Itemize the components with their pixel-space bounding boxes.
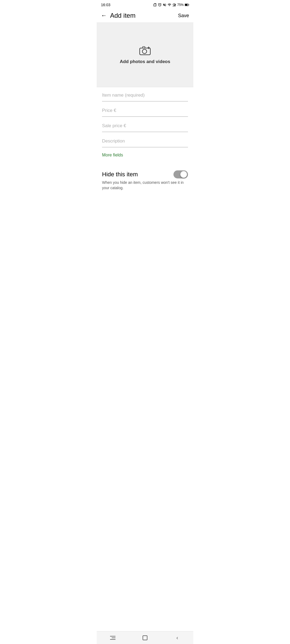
status-time: 16:03 <box>101 3 110 7</box>
toggle-thumb <box>180 171 187 178</box>
status-icons: 75% <box>153 3 189 7</box>
more-fields-link[interactable]: More fields <box>102 153 123 158</box>
hide-item-toggle[interactable] <box>173 170 188 178</box>
alarm-icon <box>158 3 162 7</box>
save-button[interactable]: Save <box>178 13 189 19</box>
app-bar: ← Add item Save <box>97 9 193 23</box>
price-field[interactable] <box>102 107 188 117</box>
svg-rect-3 <box>175 4 176 6</box>
item-name-field[interactable] <box>102 92 188 101</box>
hide-item-section: Hide this item When you hide an item, cu… <box>97 168 193 195</box>
svg-rect-2 <box>174 5 175 6</box>
svg-rect-1 <box>173 5 174 6</box>
svg-rect-0 <box>173 6 173 6</box>
description-input[interactable] <box>102 137 188 145</box>
battery-icon <box>185 3 189 6</box>
signal-icon <box>172 3 176 7</box>
mute-icon <box>163 3 166 7</box>
price-input[interactable] <box>102 107 188 114</box>
description-field[interactable] <box>102 137 188 147</box>
svg-rect-6 <box>185 4 187 6</box>
item-name-input[interactable] <box>102 92 188 99</box>
camera-add-icon <box>139 46 151 56</box>
hide-item-description: When you hide an item, customers won't s… <box>102 180 188 191</box>
hide-item-row: Hide this item <box>102 170 188 178</box>
page-title: Add item <box>110 12 136 19</box>
sale-price-field[interactable] <box>102 122 188 132</box>
svg-rect-5 <box>189 4 189 5</box>
status-bar: 16:03 75% <box>97 0 193 9</box>
wifi-icon <box>168 3 171 7</box>
battery-percent: 75% <box>177 3 184 7</box>
sale-price-input[interactable] <box>102 122 188 130</box>
svg-point-8 <box>142 49 147 53</box>
add-photos-label: Add photos and videos <box>120 59 170 64</box>
photo-upload-area[interactable]: Add photos and videos <box>97 23 193 87</box>
hide-item-label: Hide this item <box>102 171 138 178</box>
back-button[interactable]: ← <box>101 12 107 19</box>
form-section: More fields <box>97 87 193 168</box>
app-bar-left: ← Add item <box>101 12 136 19</box>
sim-icon <box>153 3 157 7</box>
